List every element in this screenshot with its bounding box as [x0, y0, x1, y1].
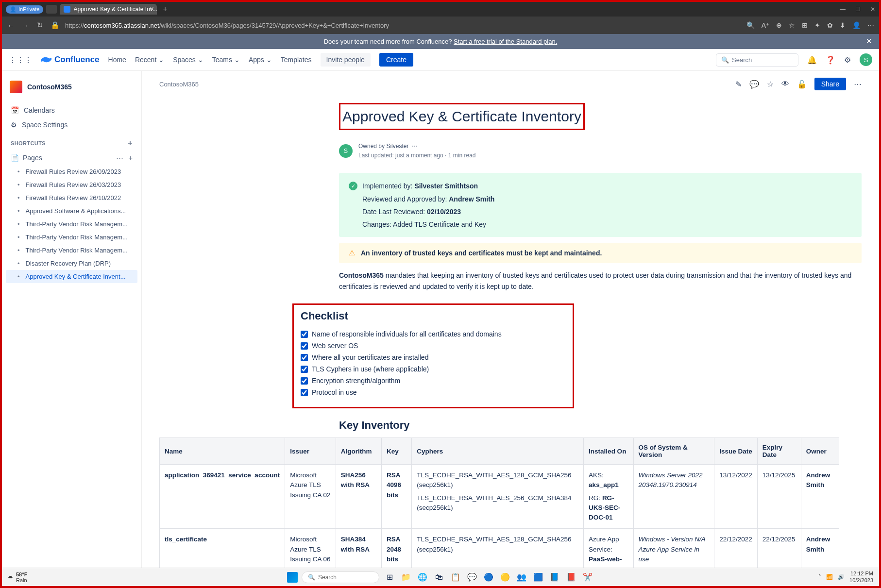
- th-key: Key: [382, 438, 412, 465]
- nav-home[interactable]: Home: [108, 56, 126, 64]
- edge-icon[interactable]: 🌐: [416, 571, 429, 584]
- tray-chevron-icon[interactable]: ˄: [818, 574, 821, 580]
- weather-widget[interactable]: 🌧 58°FRain: [8, 571, 27, 583]
- restrict-icon[interactable]: 🔓: [797, 80, 807, 89]
- back-icon[interactable]: ←: [7, 21, 15, 30]
- author-avatar[interactable]: S: [339, 144, 353, 158]
- nav-templates[interactable]: Templates: [281, 56, 312, 64]
- app-switcher-icon[interactable]: ⋮⋮⋮: [9, 55, 32, 65]
- zoom-icon[interactable]: 🔍: [746, 21, 755, 29]
- tree-item[interactable]: Firewall Rules Review 26/03/2023: [6, 178, 137, 191]
- checklist-item: TLS Cyphers in use (where applicable): [301, 363, 566, 375]
- checkbox[interactable]: [301, 377, 308, 385]
- read-aloud-icon[interactable]: A⁺: [762, 21, 769, 29]
- nav-spaces[interactable]: Spaces ⌄: [173, 56, 203, 64]
- edit-icon[interactable]: ✎: [735, 80, 742, 89]
- browser-tab[interactable]: Approved Key & Certificate Inv... ✕: [60, 4, 157, 15]
- teams-icon[interactable]: 👥: [515, 571, 528, 584]
- app-icon[interactable]: 🔵: [482, 571, 495, 584]
- tree-item[interactable]: Third-Party Vendor Risk Managem...: [6, 218, 137, 231]
- pages-more-icon[interactable]: ⋯: [116, 153, 123, 162]
- lock-icon[interactable]: 🔒: [51, 21, 58, 30]
- nav-teams[interactable]: Teams ⌄: [212, 56, 240, 64]
- checkbox[interactable]: [301, 342, 308, 350]
- pages-toggle[interactable]: 📄 Pages: [11, 154, 42, 162]
- comment-icon[interactable]: 💬: [749, 80, 759, 89]
- app-icon[interactable]: 🟦: [532, 571, 544, 584]
- more-actions-icon[interactable]: ⋯: [854, 80, 862, 89]
- tab-placeholder[interactable]: [46, 5, 57, 14]
- app-icon[interactable]: 💬: [466, 571, 478, 584]
- taskbar-search[interactable]: 🔍Search: [302, 571, 379, 583]
- checkbox[interactable]: [301, 331, 308, 338]
- profile-icon[interactable]: 👤: [852, 21, 861, 29]
- checkbox[interactable]: [301, 366, 308, 373]
- add-page-icon[interactable]: +: [128, 153, 133, 162]
- share-button[interactable]: Share: [814, 78, 846, 90]
- sidebar-calendars[interactable]: 📅 Calendars: [6, 103, 137, 118]
- space-header[interactable]: ContosoM365: [6, 78, 137, 96]
- th-expiry-date: Expiry Date: [757, 438, 801, 465]
- star-icon[interactable]: ☆: [767, 80, 774, 89]
- clock[interactable]: 12:12 PM 10/2/2023: [849, 571, 873, 583]
- word-icon[interactable]: 📘: [548, 571, 561, 584]
- close-icon[interactable]: ✕: [150, 6, 154, 12]
- favorites-bar-icon[interactable]: ✿: [827, 21, 833, 29]
- search-input[interactable]: 🔍 Search: [716, 53, 798, 67]
- add-shortcut-icon[interactable]: +: [128, 139, 133, 148]
- settings-icon[interactable]: ⚙: [844, 55, 851, 65]
- start-button[interactable]: [287, 572, 298, 583]
- task-view-icon[interactable]: ⊞: [383, 571, 396, 584]
- notifications-icon[interactable]: 🔔: [807, 55, 817, 65]
- checkbox[interactable]: [301, 354, 308, 361]
- collections-icon[interactable]: ⊞: [802, 21, 808, 29]
- onenote-icon[interactable]: 📕: [565, 571, 577, 584]
- table-row: tls_certificate Microsoft Azure TLS Issu…: [160, 529, 839, 568]
- page-title: Approved Key & Certificate Inventory: [342, 108, 581, 125]
- tree-item[interactable]: Disaster Recovery Plan (DRP): [6, 257, 137, 270]
- extensions-icon[interactable]: ✦: [814, 21, 820, 29]
- url-field[interactable]: https://contosom365.atlassian.net/wiki/s…: [65, 22, 740, 29]
- invite-people-button[interactable]: Invite people: [321, 53, 371, 67]
- tree-item[interactable]: Third-Party Vendor Risk Managem...: [6, 231, 137, 244]
- tree-item[interactable]: Firewall Rules Review 26/09/2023: [6, 165, 137, 178]
- warning-icon: ⚠: [349, 249, 355, 257]
- banner-close-icon[interactable]: ✕: [866, 37, 872, 46]
- app-icon[interactable]: 📋: [449, 571, 462, 584]
- tree-item[interactable]: Third-Party Vendor Risk Managem...: [6, 244, 137, 257]
- favorite-icon[interactable]: ☆: [789, 21, 795, 29]
- maximize-icon[interactable]: ☐: [855, 6, 861, 13]
- close-window-icon[interactable]: ✕: [870, 6, 875, 13]
- banner-link[interactable]: Start a free trial of the Standard plan.: [454, 38, 557, 45]
- check-circle-icon: ✓: [349, 182, 357, 190]
- volume-icon[interactable]: 🔊: [838, 574, 845, 580]
- nav-apps[interactable]: Apps ⌄: [249, 56, 272, 64]
- minimize-icon[interactable]: —: [840, 6, 846, 13]
- wifi-icon[interactable]: 📶: [826, 574, 833, 580]
- new-tab-button[interactable]: +: [160, 5, 170, 14]
- store-icon[interactable]: 🛍: [433, 571, 445, 584]
- breadcrumb[interactable]: ContosoM365: [159, 81, 199, 88]
- weather-icon: 🌧: [8, 574, 13, 580]
- refresh-icon[interactable]: ↻: [36, 21, 44, 30]
- help-icon[interactable]: ❓: [826, 55, 835, 65]
- chrome-icon[interactable]: 🟡: [499, 571, 511, 584]
- browser-menu-icon[interactable]: ⋯: [867, 21, 874, 29]
- sidebar-space-settings[interactable]: ⚙ Space Settings: [6, 118, 137, 132]
- downloads-icon[interactable]: ⬇: [840, 21, 846, 29]
- profile-avatar[interactable]: S: [860, 53, 872, 66]
- app-icon[interactable]: ✂️: [581, 571, 594, 584]
- th-installed: Installed On: [584, 438, 633, 465]
- checkbox[interactable]: [301, 389, 308, 396]
- tree-item-active[interactable]: Approved Key & Certificate Invent...: [6, 270, 137, 283]
- checklist-item: Encryption strength/algorithm: [301, 375, 566, 386]
- confluence-logo[interactable]: Confluence: [41, 54, 100, 65]
- explorer-icon[interactable]: 📁: [400, 571, 412, 584]
- create-button[interactable]: Create: [379, 53, 413, 67]
- translate-icon[interactable]: ⊕: [776, 21, 782, 29]
- tree-item[interactable]: Approved Software & Applications...: [6, 204, 137, 218]
- warning-panel: ⚠ An inventory of trusted keys and certi…: [339, 243, 862, 263]
- tree-item[interactable]: Firewall Rules Review 26/10/2022: [6, 191, 137, 204]
- nav-recent[interactable]: Recent ⌄: [135, 56, 164, 64]
- watch-icon[interactable]: 👁: [781, 80, 789, 88]
